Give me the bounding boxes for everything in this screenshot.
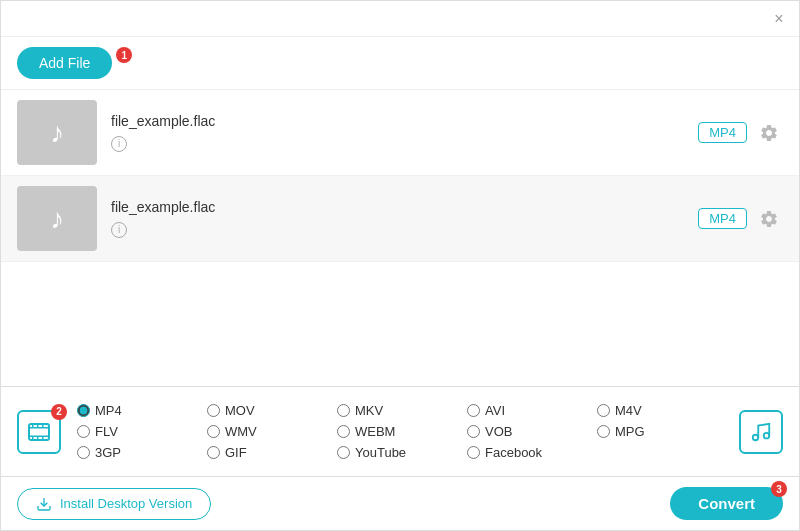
download-icon (36, 496, 52, 512)
table-row: ♪ file_example.flac i MP4 (1, 176, 799, 262)
format-option-mpg[interactable]: MPG (597, 424, 727, 439)
format-select-button[interactable]: MP4 (698, 208, 747, 229)
svg-point-9 (753, 434, 759, 440)
format-option-3gp[interactable]: 3GP (77, 445, 207, 460)
svg-rect-5 (42, 424, 44, 427)
main-window: × Add File 1 ♪ file_example.flac i MP4 (0, 0, 800, 531)
add-file-button[interactable]: Add File (17, 47, 112, 79)
convert-badge: 3 (771, 481, 787, 497)
file-name: file_example.flac (111, 199, 698, 215)
format-option-webm[interactable]: WEBM (337, 424, 467, 439)
info-icon[interactable]: i (111, 136, 127, 152)
format-option-flv[interactable]: FLV (77, 424, 207, 439)
music-note-icon (750, 421, 772, 443)
format-option-mp4[interactable]: MP4 (77, 403, 207, 418)
title-bar: × (1, 1, 799, 37)
file-info: file_example.flac i (111, 113, 698, 152)
format-bar: 2 MP4 MOV MKV AVI M4V FLV WM (1, 386, 799, 476)
svg-rect-8 (42, 437, 44, 440)
file-actions: MP4 (698, 205, 783, 233)
svg-rect-7 (37, 437, 39, 440)
music-icon: ♪ (50, 117, 64, 149)
svg-rect-6 (32, 437, 34, 440)
file-info: file_example.flac i (111, 199, 698, 238)
add-file-badge: 1 (116, 47, 132, 63)
format-option-youtube[interactable]: YouTube (337, 445, 467, 460)
format-option-wmv[interactable]: WMV (207, 424, 337, 439)
close-button[interactable]: × (771, 11, 787, 27)
settings-button[interactable] (755, 205, 783, 233)
info-icon[interactable]: i (111, 222, 127, 238)
file-name: file_example.flac (111, 113, 698, 129)
svg-rect-3 (32, 424, 34, 427)
format-option-mov[interactable]: MOV (207, 403, 337, 418)
toolbar: Add File 1 (1, 37, 799, 90)
file-list: ♪ file_example.flac i MP4 ♪ file_ex (1, 90, 799, 386)
format-badge: 2 (51, 404, 67, 420)
svg-rect-1 (29, 427, 49, 429)
format-option-avi[interactable]: AVI (467, 403, 597, 418)
table-row: ♪ file_example.flac i MP4 (1, 90, 799, 176)
file-thumbnail: ♪ (17, 100, 97, 165)
install-desktop-button[interactable]: Install Desktop Version (17, 488, 211, 520)
music-icon: ♪ (50, 203, 64, 235)
settings-button[interactable] (755, 119, 783, 147)
convert-label: Convert (698, 495, 755, 512)
file-thumbnail: ♪ (17, 186, 97, 251)
gear-icon (759, 209, 779, 229)
gear-icon (759, 123, 779, 143)
format-option-m4v[interactable]: M4V (597, 403, 727, 418)
convert-button[interactable]: Convert 3 (670, 487, 783, 520)
install-label: Install Desktop Version (60, 496, 192, 511)
svg-rect-2 (29, 435, 49, 437)
footer-bar: Install Desktop Version Convert 3 (1, 476, 799, 530)
format-option-mkv[interactable]: MKV (337, 403, 467, 418)
format-grid: MP4 MOV MKV AVI M4V FLV WMV WEBM (77, 403, 727, 460)
format-icon-wrap: 2 (17, 410, 61, 454)
svg-point-10 (764, 432, 770, 438)
audio-icon (739, 410, 783, 454)
svg-rect-4 (37, 424, 39, 427)
format-option-gif[interactable]: GIF (207, 445, 337, 460)
film-icon (27, 420, 51, 444)
file-actions: MP4 (698, 119, 783, 147)
format-option-facebook[interactable]: Facebook (467, 445, 597, 460)
format-option-vob[interactable]: VOB (467, 424, 597, 439)
format-select-button[interactable]: MP4 (698, 122, 747, 143)
